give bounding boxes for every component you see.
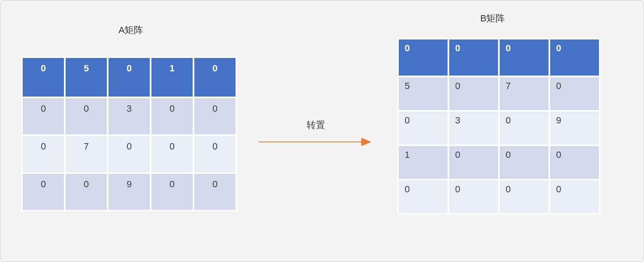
matrix-cell: 0 bbox=[194, 58, 236, 97]
matrix-cell: 0 bbox=[194, 136, 236, 173]
table-row: 1 0 0 0 bbox=[398, 146, 599, 179]
table-row: 0 5 0 1 0 bbox=[22, 58, 236, 97]
matrix-cell: 0 bbox=[550, 146, 599, 179]
matrix-cell: 9 bbox=[108, 173, 150, 210]
table-row: 0 7 0 0 0 bbox=[22, 136, 236, 173]
matrix-cell: 7 bbox=[499, 77, 549, 110]
matrix-cell: 0 bbox=[398, 111, 448, 145]
matrix-cell: 0 bbox=[194, 173, 236, 210]
matrix-cell: 0 bbox=[449, 180, 498, 214]
matrix-cell: 0 bbox=[151, 98, 193, 135]
matrix-cell: 0 bbox=[550, 180, 599, 214]
matrix-cell: 0 bbox=[108, 58, 150, 97]
matrix-b: 0 0 0 0 5 0 7 0 0 3 0 9 1 0 0 0 0 0 0 0 bbox=[398, 38, 600, 215]
table-row: 0 0 9 0 0 bbox=[22, 173, 236, 210]
matrix-cell: 0 bbox=[151, 173, 193, 210]
matrix-cell: 0 bbox=[108, 136, 150, 173]
matrix-cell: 0 bbox=[22, 173, 64, 210]
matrix-cell: 5 bbox=[65, 58, 107, 97]
matrix-cell: 0 bbox=[65, 173, 107, 210]
matrix-cell: 0 bbox=[449, 77, 498, 110]
table-row: 0 0 0 0 bbox=[398, 180, 599, 214]
matrix-cell: 9 bbox=[550, 111, 599, 145]
matrix-cell: 5 bbox=[398, 77, 448, 110]
matrix-cell: 0 bbox=[65, 98, 107, 135]
table-row: 0 0 3 0 0 bbox=[22, 98, 236, 135]
matrix-cell: 0 bbox=[499, 39, 549, 76]
diagram-canvas: A矩阵 B矩阵 0 5 0 1 0 0 0 3 0 0 0 7 0 0 0 0 … bbox=[0, 0, 644, 262]
table-row: 5 0 7 0 bbox=[398, 77, 599, 110]
matrix-b-title: B矩阵 bbox=[467, 12, 518, 25]
matrix-cell: 0 bbox=[499, 111, 549, 145]
matrix-cell: 0 bbox=[151, 136, 193, 173]
matrix-cell: 0 bbox=[499, 146, 549, 179]
arrow-label: 转置 bbox=[253, 119, 379, 131]
matrix-cell: 3 bbox=[449, 111, 498, 145]
matrix-cell: 1 bbox=[151, 58, 193, 97]
matrix-a: 0 5 0 1 0 0 0 3 0 0 0 7 0 0 0 0 0 9 0 0 bbox=[21, 57, 237, 211]
matrix-cell: 0 bbox=[194, 98, 236, 135]
arrow-icon bbox=[257, 136, 375, 148]
transpose-arrow: 转置 bbox=[253, 119, 379, 148]
matrix-cell: 0 bbox=[499, 180, 549, 214]
matrix-cell: 0 bbox=[398, 180, 448, 214]
matrix-a-title: A矩阵 bbox=[106, 24, 156, 37]
matrix-cell: 0 bbox=[22, 58, 64, 97]
table-row: 0 3 0 9 bbox=[398, 111, 599, 145]
matrix-cell: 0 bbox=[550, 77, 599, 110]
matrix-cell: 0 bbox=[550, 39, 599, 76]
matrix-cell: 0 bbox=[398, 39, 448, 76]
matrix-cell: 1 bbox=[398, 146, 448, 179]
matrix-cell: 0 bbox=[449, 39, 498, 76]
matrix-cell: 3 bbox=[108, 98, 150, 135]
matrix-cell: 0 bbox=[22, 136, 64, 173]
matrix-cell: 7 bbox=[65, 136, 107, 173]
table-row: 0 0 0 0 bbox=[398, 39, 599, 76]
matrix-cell: 0 bbox=[22, 98, 64, 135]
matrix-cell: 0 bbox=[449, 146, 498, 179]
